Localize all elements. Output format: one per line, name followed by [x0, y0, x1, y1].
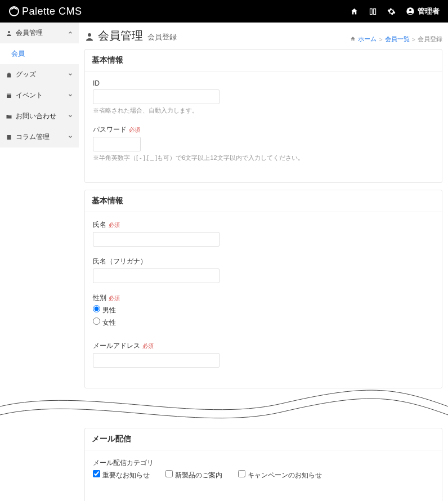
email-label: メールアドレス必須	[93, 341, 434, 351]
home-icon	[350, 36, 356, 43]
breadcrumb-list[interactable]: 会員一覧	[385, 35, 410, 43]
svg-rect-5	[7, 135, 11, 140]
kana-label: 氏名（フリガナ）	[93, 257, 434, 266]
card-basic1: 基本情報 ID ※省略された場合、自動入力します。 パスワード必須 ※半角英数字…	[84, 49, 442, 183]
required-tag: 必須	[129, 127, 140, 133]
user-icon	[6, 30, 12, 37]
svg-point-6	[88, 33, 91, 37]
sidebar-item-label: グッズ	[16, 70, 36, 79]
sidebar-item-goods[interactable]: グッズ	[0, 64, 79, 85]
gear-icon[interactable]	[387, 7, 396, 16]
sidebar-item-inquiry[interactable]: お問い合わせ	[0, 106, 79, 127]
required-tag: 必須	[142, 343, 154, 349]
page-subtitle: 会員登録	[147, 32, 177, 42]
main-content: 会員管理 会員登録 ホーム > 会員一覧 > 会員登録 基本情報 ID ※省略さ…	[79, 23, 448, 501]
calendar-icon	[6, 92, 12, 99]
sidebar-subitem-members-list[interactable]: 会員	[0, 43, 79, 64]
chevron-down-icon	[68, 113, 73, 120]
password-help: ※半角英数字（[ - ],[ _ ]も可）で6文字以上12文字以内で入力してくだ…	[93, 154, 434, 162]
admin-label: 管理者	[418, 6, 440, 16]
sidebar-item-label: イベント	[16, 91, 43, 100]
brand-label: Palette CMS	[22, 6, 82, 17]
topbar: Palette CMS 管理者	[0, 0, 448, 23]
mail-category-label: メール配信カテゴリ	[93, 458, 434, 468]
gender-male-option[interactable]: 男性	[93, 305, 426, 315]
password-input[interactable]	[93, 137, 141, 151]
gender-male-radio[interactable]	[93, 305, 100, 312]
chevron-down-icon	[68, 133, 73, 141]
chevron-down-icon	[68, 71, 73, 79]
id-help: ※省略された場合、自動入力します。	[93, 106, 434, 115]
sidebar-item-label: コラム管理	[16, 132, 50, 142]
mail-opt1[interactable]: 重要なお知らせ	[93, 470, 150, 480]
sidebar-item-label: お問い合わせ	[16, 111, 56, 121]
breadcrumb-home[interactable]: ホーム	[358, 35, 377, 43]
svg-point-3	[8, 31, 10, 33]
gender-female-option[interactable]: 女性	[93, 317, 426, 328]
required-tag: 必須	[109, 222, 120, 228]
home-icon[interactable]	[350, 7, 359, 16]
sidebar-item-members[interactable]: 会員管理	[0, 23, 79, 43]
card-title: 基本情報	[85, 50, 442, 71]
mail-opt2[interactable]: 新製品のご案内	[165, 470, 222, 480]
mail-opt3[interactable]: キャンペーンのお知らせ	[238, 470, 322, 480]
kana-input[interactable]	[93, 269, 219, 283]
card-basic2: 基本情報 氏名必須 氏名（フリガナ） 性別必須 男	[84, 190, 442, 388]
sidebar-item-column[interactable]: コラム管理	[0, 127, 79, 147]
breadcrumb-current: 会員登録	[418, 35, 442, 43]
chevron-up-icon	[68, 29, 73, 37]
sidebar-item-events[interactable]: イベント	[0, 85, 79, 106]
svg-rect-4	[7, 93, 11, 98]
email-input[interactable]	[93, 353, 219, 368]
mail-opt1-checkbox[interactable]	[93, 470, 100, 477]
user-icon	[84, 32, 95, 43]
required-tag: 必須	[109, 295, 120, 301]
gender-female-radio[interactable]	[93, 317, 100, 325]
folder-icon	[6, 113, 12, 120]
password-label: パスワード必須	[93, 125, 434, 135]
svg-point-2	[409, 9, 411, 11]
bag-icon	[6, 71, 12, 78]
page-title: 会員管理	[98, 28, 143, 43]
sidebar: 会員管理 会員 グッズ イベント お問い合わせ	[0, 23, 79, 501]
mail-opt3-checkbox[interactable]	[238, 470, 245, 477]
doc-icon	[6, 134, 12, 141]
brand[interactable]: Palette CMS	[8, 6, 82, 17]
user-circle-icon	[406, 7, 415, 16]
library-icon[interactable]	[369, 7, 377, 16]
card-mail: メール配信 メール配信カテゴリ 重要なお知らせ 新製品のご案内 キャンペーンのお…	[84, 428, 442, 501]
card-title: メール配信	[85, 428, 442, 450]
id-input[interactable]	[93, 90, 219, 104]
sidebar-subitem-label: 会員	[11, 50, 25, 57]
gender-label: 性別必須	[93, 293, 434, 303]
sidebar-item-label: 会員管理	[16, 28, 43, 38]
admin-menu[interactable]: 管理者	[406, 6, 440, 16]
breadcrumb: ホーム > 会員一覧 > 会員登録	[350, 35, 442, 43]
name-input[interactable]	[93, 232, 219, 247]
card-title: 基本情報	[85, 190, 442, 212]
chevron-down-icon	[68, 92, 73, 100]
mail-opt2-checkbox[interactable]	[165, 470, 173, 477]
brand-logo-icon	[8, 6, 20, 17]
id-label: ID	[93, 79, 434, 87]
name-label: 氏名必須	[93, 220, 434, 230]
